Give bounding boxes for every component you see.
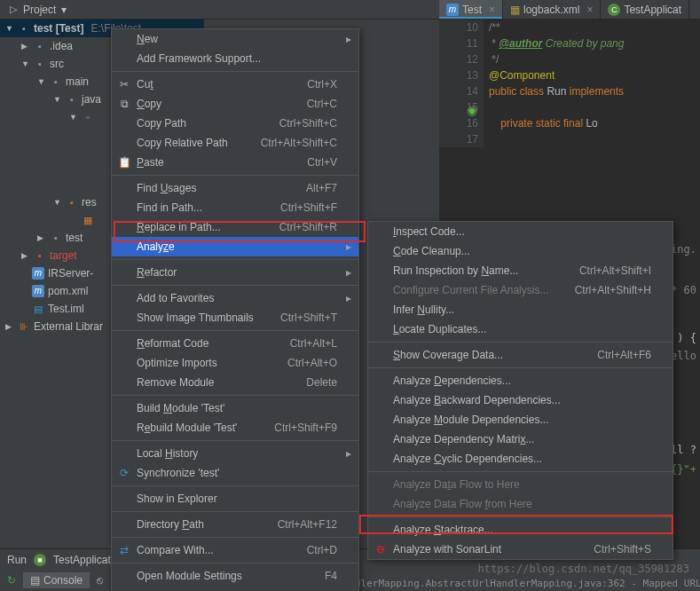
close-icon[interactable]: ×: [586, 4, 593, 16]
menu-item-shortcut: Ctrl+C: [286, 98, 337, 110]
tree-toggle-icon[interactable]: [53, 95, 62, 104]
menu-item-label: Cut: [137, 78, 153, 91]
menu-item-label: Run Inspection by Name...: [393, 264, 518, 277]
menu-item-code-cleanup[interactable]: Code Cleanup...: [368, 241, 672, 261]
menu-item-analyze-module-dependencies[interactable]: Analyze Module Dependencies...: [368, 410, 672, 429]
menu-item-new[interactable]: New▸: [112, 29, 358, 49]
menu-separator: [112, 511, 358, 512]
menu-item-shortcut: Ctrl+Alt+Shift+I: [558, 264, 651, 277]
menu-item-label: Find Usages: [137, 182, 196, 194]
menu-item-analyze-stacktrace[interactable]: Analyze Stacktrace...: [368, 520, 672, 540]
package-icon: ▫: [82, 111, 94, 123]
menu-item-directory-path[interactable]: Directory PathCtrl+Alt+F12: [112, 515, 358, 534]
editor-gutter: 10 11 12 13 14 15 16 17: [439, 20, 484, 147]
menu-item-open-module-settings[interactable]: Open Module SettingsF4: [112, 566, 358, 586]
menu-item-label: New: [137, 33, 158, 45]
menu-separator: [112, 71, 358, 72]
submenu-arrow-icon: ▸: [346, 33, 351, 45]
menu-item-shortcut: Ctrl+Alt+Shift+C: [240, 137, 337, 149]
menu-item-copy[interactable]: ⧉CopyCtrl+C: [112, 94, 358, 114]
menu-item-icon: ⧉: [117, 97, 131, 111]
menu-item-cut[interactable]: ✂CutCtrl+X: [112, 75, 358, 94]
gutter-run-icon[interactable]: ◉: [467, 103, 477, 117]
menu-item-analyze-dependency-matrix[interactable]: Analyze Dependency Matrix...: [368, 429, 672, 449]
tab-testapplication[interactable]: C TestApplicat: [601, 0, 689, 19]
menu-item-shortcut: Ctrl+Shift+S: [572, 543, 651, 556]
run-label: Run: [7, 554, 27, 566]
folder-icon: ▪: [50, 232, 62, 244]
code-area[interactable]: /** * @author Created by pang */ @Compon…: [484, 20, 700, 131]
menu-item-locate-duplicates[interactable]: Locate Duplicates...: [368, 319, 672, 339]
tree-toggle-icon[interactable]: [5, 322, 14, 331]
menu-item-build-module-test[interactable]: Build Module 'Test': [112, 398, 358, 418]
menu-item-reformat-code[interactable]: Reformat CodeCtrl+Alt+L: [112, 334, 358, 353]
menu-item-rebuild-module-test[interactable]: Rebuild Module 'Test'Ctrl+Shift+F9: [112, 418, 358, 437]
menu-item-replace-in-path[interactable]: Replace in Path...Ctrl+Shift+R: [112, 217, 358, 237]
menu-item-compare-with[interactable]: ⇄Compare With...Ctrl+D: [112, 540, 358, 560]
menu-item-copy-path[interactable]: Copy PathCtrl+Shift+C: [112, 114, 358, 133]
tab-logback[interactable]: ▦ logback.xml ×: [503, 0, 601, 19]
tree-toggle-icon[interactable]: [21, 42, 30, 51]
tree-toggle-icon[interactable]: [5, 24, 14, 33]
analyze-submenu: Inspect Code...Code Cleanup...Run Inspec…: [367, 221, 673, 560]
menu-item-optimize-imports[interactable]: Optimize ImportsCtrl+Alt+O: [112, 353, 358, 373]
menu-separator: [112, 537, 358, 538]
menu-item-label: Local History: [137, 447, 198, 460]
menu-item-synchronize-test[interactable]: ⟳Synchronize 'test': [112, 463, 358, 483]
rerun-icon[interactable]: ↻: [7, 574, 16, 587]
menu-item-label: Inspect Code...: [393, 225, 465, 238]
menu-item-label: Replace in Path...: [137, 221, 221, 233]
tree-toggle-icon[interactable]: [21, 59, 30, 68]
menu-item-show-coverage-data[interactable]: Show Coverage Data...Ctrl+Alt+F6: [368, 345, 672, 365]
menu-item-remove-module[interactable]: Remove ModuleDelete: [112, 373, 358, 392]
menu-item-paste[interactable]: 📋PasteCtrl+V: [112, 153, 358, 172]
tree-toggle-icon[interactable]: [37, 77, 46, 86]
close-icon[interactable]: ×: [489, 4, 495, 16]
menu-item-analyze[interactable]: Analyze▸: [112, 237, 358, 256]
menu-separator: [112, 259, 358, 260]
menu-item-analyze-dependencies[interactable]: Analyze Dependencies...: [368, 371, 672, 390]
menu-item-add-to-favorites[interactable]: Add to Favorites▸: [112, 288, 358, 308]
console-icon: ▤: [30, 574, 40, 587]
maven-file-icon: m: [32, 285, 44, 297]
menu-item-label: Show in Explorer: [137, 492, 217, 505]
submenu-arrow-icon: ▸: [346, 292, 351, 304]
menu-item-find-usages[interactable]: Find UsagesAlt+F7: [112, 178, 358, 198]
menu-item-label: Reformat Code: [137, 337, 208, 350]
tree-toggle-icon[interactable]: [53, 198, 62, 207]
menu-item-label: Locate Duplicates...: [393, 323, 486, 335]
tree-toggle-icon[interactable]: [37, 233, 46, 242]
menu-item-shortcut: Ctrl+Alt+F12: [256, 518, 337, 531]
menu-separator: [112, 440, 358, 441]
run-config-icon: ■: [34, 554, 46, 566]
project-tool-window-tab[interactable]: ▷ Project ▾: [0, 2, 74, 18]
menu-item-label: Show Image Thumbnails: [137, 311, 254, 324]
menu-item-find-in-path[interactable]: Find in Path...Ctrl+Shift+F: [112, 198, 358, 217]
menu-item-inspect-code[interactable]: Inspect Code...: [368, 222, 672, 241]
console-tab[interactable]: ▤ Console: [23, 572, 90, 588]
menu-item-local-history[interactable]: Local History▸: [112, 444, 358, 463]
dropdown-icon: ▾: [61, 4, 67, 16]
tree-toggle-icon[interactable]: [21, 251, 30, 260]
menu-item-analyze-cyclic-dependencies[interactable]: Analyze Cyclic Dependencies...: [368, 449, 672, 469]
module-icon: ▪: [18, 22, 30, 35]
run-config-tab[interactable]: TestApplicati: [53, 554, 113, 566]
menu-item-label: Add to Favorites: [137, 292, 214, 304]
status-text: dlerMapping.AbstractUrlHandlerMapping.ja…: [355, 578, 700, 589]
folder-icon: ▪: [34, 40, 46, 52]
tree-toggle-icon[interactable]: [69, 113, 78, 122]
endpoint-icon[interactable]: ⎋: [97, 574, 103, 587]
menu-item-label: Show Coverage Data...: [393, 349, 503, 361]
menu-item-infer-nullity[interactable]: Infer Nullity...: [368, 300, 672, 319]
menu-item-move-module-to-group[interactable]: Move Module to Group▸: [112, 586, 358, 591]
menu-item-analyze-with-sonarlint[interactable]: ⊖Analyze with SonarLintCtrl+Shift+S: [368, 540, 672, 559]
menu-item-show-in-explorer[interactable]: Show in Explorer: [112, 489, 358, 508]
menu-item-analyze-backward-dependencies[interactable]: Analyze Backward Dependencies...: [368, 390, 672, 410]
tab-test[interactable]: m Test ×: [439, 0, 503, 19]
menu-item-copy-relative-path[interactable]: Copy Relative PathCtrl+Alt+Shift+C: [112, 133, 358, 153]
menu-item-show-image-thumbnails[interactable]: Show Image ThumbnailsCtrl+Shift+T: [112, 308, 358, 327]
menu-item-refactor[interactable]: Refactor▸: [112, 263, 358, 282]
menu-item-run-inspection-by-name[interactable]: Run Inspection by Name...Ctrl+Alt+Shift+…: [368, 261, 672, 280]
menu-item-add-framework-support[interactable]: Add Framework Support...: [112, 49, 358, 68]
project-label: Project: [23, 4, 56, 16]
